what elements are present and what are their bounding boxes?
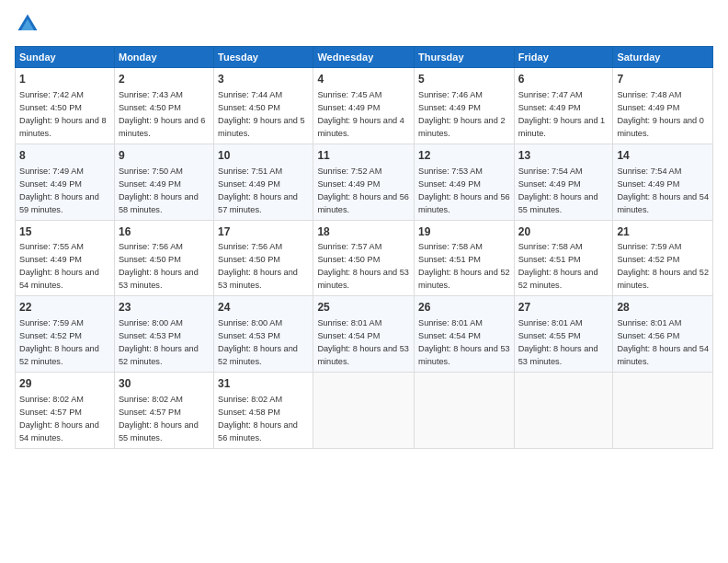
calendar-body: 1Sunrise: 7:42 AMSunset: 4:50 PMDaylight… — [16, 68, 713, 449]
day-info: Sunrise: 8:00 AMSunset: 4:53 PMDaylight:… — [119, 318, 199, 366]
day-info: Sunrise: 8:00 AMSunset: 4:53 PMDaylight:… — [218, 318, 298, 366]
day-info: Sunrise: 7:58 AMSunset: 4:51 PMDaylight:… — [518, 242, 598, 290]
day-number: 31 — [218, 376, 309, 392]
day-info: Sunrise: 7:58 AMSunset: 4:51 PMDaylight:… — [418, 242, 510, 290]
calendar-cell: 29Sunrise: 8:02 AMSunset: 4:57 PMDayligh… — [16, 373, 115, 449]
day-number: 12 — [418, 148, 510, 164]
calendar-cell: 12Sunrise: 7:53 AMSunset: 4:49 PMDayligh… — [415, 144, 515, 220]
weekday-header-wednesday: Wednesday — [313, 47, 415, 68]
week-row-3: 15Sunrise: 7:55 AMSunset: 4:49 PMDayligh… — [16, 220, 713, 296]
day-info: Sunrise: 7:52 AMSunset: 4:49 PMDaylight:… — [317, 167, 409, 214]
weekday-row: SundayMondayTuesdayWednesdayThursdayFrid… — [16, 47, 713, 68]
calendar-cell: 8Sunrise: 7:49 AMSunset: 4:49 PMDaylight… — [16, 144, 115, 220]
day-number: 30 — [119, 376, 210, 392]
day-info: Sunrise: 7:49 AMSunset: 4:49 PMDaylight:… — [19, 167, 99, 214]
calendar-cell: 17Sunrise: 7:56 AMSunset: 4:50 PMDayligh… — [214, 220, 313, 296]
day-number: 22 — [19, 300, 110, 316]
calendar-cell — [514, 373, 613, 449]
calendar-cell: 20Sunrise: 7:58 AMSunset: 4:51 PMDayligh… — [514, 220, 613, 296]
day-number: 18 — [317, 224, 410, 240]
week-row-4: 22Sunrise: 7:59 AMSunset: 4:52 PMDayligh… — [16, 296, 713, 373]
calendar-cell: 27Sunrise: 8:01 AMSunset: 4:55 PMDayligh… — [514, 296, 613, 373]
weekday-header-thursday: Thursday — [415, 47, 515, 68]
calendar-cell: 28Sunrise: 8:01 AMSunset: 4:56 PMDayligh… — [613, 296, 713, 373]
weekday-header-saturday: Saturday — [613, 47, 713, 68]
weekday-header-monday: Monday — [114, 47, 213, 68]
calendar-cell: 13Sunrise: 7:54 AMSunset: 4:49 PMDayligh… — [514, 144, 613, 220]
calendar-cell: 11Sunrise: 7:52 AMSunset: 4:49 PMDayligh… — [313, 144, 415, 220]
page-container: SundayMondayTuesdayWednesdayThursdayFrid… — [0, 0, 728, 456]
week-row-1: 1Sunrise: 7:42 AMSunset: 4:50 PMDaylight… — [16, 68, 713, 144]
calendar-cell: 24Sunrise: 8:00 AMSunset: 4:53 PMDayligh… — [214, 296, 313, 373]
calendar-cell: 18Sunrise: 7:57 AMSunset: 4:50 PMDayligh… — [313, 220, 415, 296]
day-number: 1 — [19, 72, 110, 87]
page-header — [15, 11, 713, 37]
calendar-cell: 10Sunrise: 7:51 AMSunset: 4:49 PMDayligh… — [214, 144, 313, 220]
day-info: Sunrise: 7:47 AMSunset: 4:49 PMDaylight:… — [518, 90, 606, 138]
day-info: Sunrise: 7:43 AMSunset: 4:50 PMDaylight:… — [119, 90, 206, 138]
day-info: Sunrise: 8:02 AMSunset: 4:58 PMDaylight:… — [218, 395, 298, 442]
day-number: 11 — [317, 148, 410, 164]
day-info: Sunrise: 7:46 AMSunset: 4:49 PMDaylight:… — [418, 90, 506, 138]
day-info: Sunrise: 8:01 AMSunset: 4:54 PMDaylight:… — [418, 318, 510, 366]
day-number: 15 — [19, 224, 110, 240]
day-info: Sunrise: 7:54 AMSunset: 4:49 PMDaylight:… — [518, 167, 598, 214]
day-info: Sunrise: 7:59 AMSunset: 4:52 PMDaylight:… — [19, 318, 99, 366]
calendar-cell: 25Sunrise: 8:01 AMSunset: 4:54 PMDayligh… — [313, 296, 415, 373]
calendar-cell: 30Sunrise: 8:02 AMSunset: 4:57 PMDayligh… — [114, 373, 213, 449]
day-number: 27 — [518, 300, 609, 316]
day-info: Sunrise: 7:56 AMSunset: 4:50 PMDaylight:… — [218, 242, 298, 290]
calendar-cell: 3Sunrise: 7:44 AMSunset: 4:50 PMDaylight… — [214, 68, 313, 144]
day-info: Sunrise: 7:59 AMSunset: 4:52 PMDaylight:… — [617, 242, 709, 290]
day-number: 28 — [617, 300, 709, 316]
weekday-header-friday: Friday — [514, 47, 613, 68]
calendar-cell: 1Sunrise: 7:42 AMSunset: 4:50 PMDaylight… — [16, 68, 115, 144]
day-info: Sunrise: 8:01 AMSunset: 4:54 PMDaylight:… — [317, 318, 409, 366]
day-info: Sunrise: 7:53 AMSunset: 4:49 PMDaylight:… — [418, 167, 510, 214]
day-number: 7 — [617, 72, 709, 87]
calendar-cell: 14Sunrise: 7:54 AMSunset: 4:49 PMDayligh… — [613, 144, 713, 220]
day-number: 4 — [317, 72, 410, 87]
day-info: Sunrise: 7:45 AMSunset: 4:49 PMDaylight:… — [317, 90, 404, 138]
day-info: Sunrise: 7:56 AMSunset: 4:50 PMDaylight:… — [119, 242, 199, 290]
day-info: Sunrise: 7:50 AMSunset: 4:49 PMDaylight:… — [119, 167, 199, 214]
day-info: Sunrise: 8:02 AMSunset: 4:57 PMDaylight:… — [19, 395, 99, 442]
weekday-header-sunday: Sunday — [16, 47, 115, 68]
calendar-cell: 23Sunrise: 8:00 AMSunset: 4:53 PMDayligh… — [114, 296, 213, 373]
calendar-cell: 31Sunrise: 8:02 AMSunset: 4:58 PMDayligh… — [214, 373, 313, 449]
calendar-cell: 6Sunrise: 7:47 AMSunset: 4:49 PMDaylight… — [514, 68, 613, 144]
day-info: Sunrise: 7:55 AMSunset: 4:49 PMDaylight:… — [19, 242, 99, 290]
weekday-header-tuesday: Tuesday — [214, 47, 313, 68]
day-number: 24 — [218, 300, 309, 316]
calendar-cell: 4Sunrise: 7:45 AMSunset: 4:49 PMDaylight… — [313, 68, 415, 144]
calendar-cell: 26Sunrise: 8:01 AMSunset: 4:54 PMDayligh… — [415, 296, 515, 373]
calendar-cell: 7Sunrise: 7:48 AMSunset: 4:49 PMDaylight… — [613, 68, 713, 144]
day-number: 26 — [418, 300, 510, 316]
day-info: Sunrise: 7:48 AMSunset: 4:49 PMDaylight:… — [617, 90, 704, 138]
day-number: 5 — [418, 72, 510, 87]
logo-icon — [15, 11, 40, 37]
day-info: Sunrise: 7:51 AMSunset: 4:49 PMDaylight:… — [218, 167, 298, 214]
day-info: Sunrise: 7:57 AMSunset: 4:50 PMDaylight:… — [317, 242, 409, 290]
day-number: 21 — [617, 224, 709, 240]
week-row-5: 29Sunrise: 8:02 AMSunset: 4:57 PMDayligh… — [16, 373, 713, 449]
day-number: 20 — [518, 224, 609, 240]
calendar-cell: 21Sunrise: 7:59 AMSunset: 4:52 PMDayligh… — [613, 220, 713, 296]
day-info: Sunrise: 7:54 AMSunset: 4:49 PMDaylight:… — [617, 167, 709, 214]
day-number: 2 — [119, 72, 210, 87]
calendar-cell: 2Sunrise: 7:43 AMSunset: 4:50 PMDaylight… — [114, 68, 213, 144]
day-number: 29 — [19, 376, 110, 392]
calendar-cell — [313, 373, 415, 449]
day-info: Sunrise: 8:01 AMSunset: 4:56 PMDaylight:… — [617, 318, 709, 366]
calendar-cell: 22Sunrise: 7:59 AMSunset: 4:52 PMDayligh… — [16, 296, 115, 373]
day-info: Sunrise: 7:42 AMSunset: 4:50 PMDaylight:… — [19, 90, 107, 138]
calendar-cell — [415, 373, 515, 449]
day-number: 13 — [518, 148, 609, 164]
calendar-cell — [613, 373, 713, 449]
day-info: Sunrise: 8:02 AMSunset: 4:57 PMDaylight:… — [119, 395, 199, 442]
day-number: 16 — [119, 224, 210, 240]
day-number: 25 — [317, 300, 410, 316]
calendar-table: SundayMondayTuesdayWednesdayThursdayFrid… — [15, 46, 713, 449]
day-number: 19 — [418, 224, 510, 240]
day-number: 14 — [617, 148, 709, 164]
